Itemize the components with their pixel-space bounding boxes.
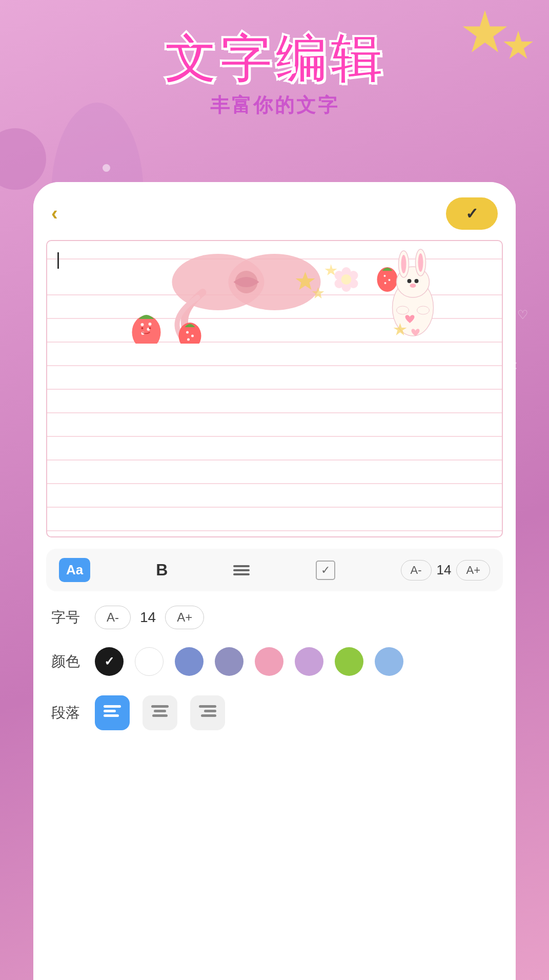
svg-rect-50 (199, 705, 216, 708)
svg-rect-49 (152, 714, 168, 717)
toolbar: Aa B ✓ A- 14 A+ (46, 549, 503, 591)
align-buttons (95, 695, 225, 730)
toolbar-size-minus[interactable]: A- (401, 560, 432, 581)
svg-rect-46 (104, 714, 119, 717)
list-button[interactable] (233, 563, 250, 577)
color-white[interactable] (135, 647, 164, 676)
svg-rect-52 (201, 714, 216, 717)
color-black[interactable] (95, 647, 124, 676)
text-cursor (57, 252, 59, 269)
font-size-value: 14 (140, 609, 156, 626)
svg-rect-48 (154, 710, 166, 712)
color-label: 颜色 (51, 652, 82, 671)
font-size-plus-btn[interactable]: A+ (165, 606, 204, 629)
confirm-checkmark-icon: ✓ (465, 205, 478, 223)
font-size-controls: A- 14 A+ (95, 606, 204, 629)
svg-rect-44 (104, 705, 121, 708)
font-size-minus-btn[interactable]: A- (95, 606, 131, 629)
header-area: 文字编辑 丰富你的文字 (0, 31, 549, 118)
card-topbar: ‹ ✓ (33, 182, 516, 240)
align-left-button[interactable] (95, 695, 130, 730)
main-title: 文字编辑 (0, 31, 549, 87)
confirm-button[interactable]: ✓ (446, 197, 498, 230)
align-right-icon (199, 704, 216, 722)
svg-rect-43 (233, 573, 250, 575)
writing-area[interactable] (46, 240, 503, 537)
color-green[interactable] (335, 647, 363, 676)
sub-title: 丰富你的文字 (0, 92, 549, 118)
svg-rect-47 (151, 705, 169, 708)
color-blue-purple[interactable] (175, 647, 204, 676)
back-button[interactable]: ‹ (51, 203, 58, 225)
font-aa-label: Aa (59, 558, 90, 582)
color-medium-purple[interactable] (215, 647, 243, 676)
list-icon (233, 563, 250, 577)
color-row: 颜色 (51, 647, 498, 676)
color-lavender[interactable] (295, 647, 323, 676)
color-pink[interactable] (255, 647, 283, 676)
color-circles (95, 647, 403, 676)
paragraph-row: 段落 (51, 695, 498, 730)
align-right-button[interactable] (190, 695, 225, 730)
align-center-icon (151, 704, 169, 722)
phone-card: ‹ ✓ (33, 182, 516, 980)
font-size-row: 字号 A- 14 A+ (51, 606, 498, 629)
font-style-button[interactable]: Aa (59, 558, 90, 582)
lined-paper (47, 241, 502, 536)
bg-dot1 (103, 164, 110, 172)
svg-rect-51 (204, 710, 216, 712)
font-size-label: 字号 (51, 608, 82, 627)
toolbar-font-size: 14 (437, 562, 452, 578)
color-light-blue[interactable] (375, 647, 403, 676)
bg-heart-deco: ♡ (517, 308, 528, 322)
bg-circle (0, 128, 46, 190)
svg-rect-41 (233, 565, 250, 567)
check-button[interactable]: ✓ (316, 561, 335, 580)
svg-rect-45 (104, 710, 116, 712)
toolbar-size-group: A- 14 A+ (401, 560, 490, 581)
bottom-panel: 字号 A- 14 A+ 颜色 段落 (33, 591, 516, 763)
bold-button[interactable]: B (156, 561, 168, 579)
align-left-icon (104, 704, 121, 722)
paragraph-label: 段落 (51, 703, 82, 723)
svg-rect-42 (233, 569, 250, 571)
toolbar-size-plus[interactable]: A+ (456, 560, 490, 581)
align-center-button[interactable] (143, 695, 177, 730)
